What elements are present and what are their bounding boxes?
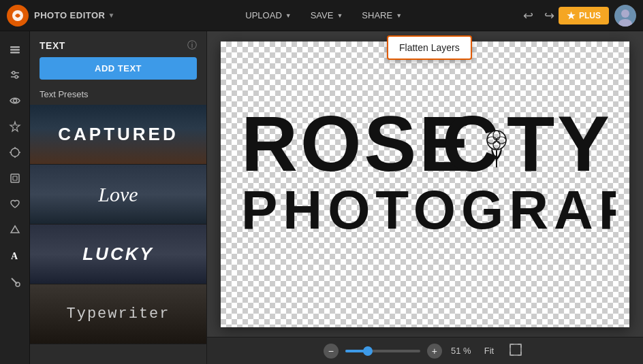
save-arrow: ▼ [336, 12, 343, 19]
preset-lucky[interactable]: LUCKY [30, 225, 206, 284]
svg-rect-32 [510, 344, 521, 355]
canvas-area: ROSE C [207, 31, 643, 364]
share-arrow: ▼ [396, 12, 402, 19]
app-name-arrow[interactable]: ▼ [108, 12, 114, 19]
zoom-bar: − + 51 % Fit [207, 337, 643, 364]
preset-text-typewriter: Typewriter [66, 305, 170, 322]
adjustments-icon[interactable] [4, 64, 26, 86]
app-logo[interactable] [7, 5, 29, 27]
effects-icon[interactable] [4, 142, 26, 163]
svg-point-21 [16, 282, 20, 286]
canvas: ROSE C [221, 42, 629, 327]
add-text-button[interactable]: ADD TEXT [40, 57, 197, 80]
upload-button[interactable]: UPLOAD ▼ [237, 7, 299, 24]
icon-rail: A [0, 31, 30, 364]
flatten-layers-button[interactable]: Flatten Layers [387, 35, 472, 60]
zoom-percentage: 51 % [449, 346, 473, 356]
preset-text-captured: CAPTURED [58, 124, 178, 145]
brush-icon[interactable] [4, 271, 26, 293]
star-plus-icon: ★ [567, 10, 576, 21]
svg-text:PHOTOGRAPHY: PHOTOGRAPHY [241, 180, 616, 240]
panel-header: TEXT ⓘ [30, 31, 206, 57]
layers-icon[interactable] [4, 38, 26, 60]
star-icon[interactable] [4, 116, 26, 137]
eye-icon[interactable] [4, 90, 26, 112]
svg-rect-6 [10, 52, 20, 54]
preset-text-love: Love [98, 183, 138, 206]
topbar-center: UPLOAD ▼ SAVE ▼ SHARE ▼ [128, 7, 519, 24]
shape-icon[interactable] [4, 219, 26, 241]
app-name: PHOTO EDITOR [34, 10, 105, 20]
preset-love[interactable]: Love [30, 165, 206, 225]
main-area: A TEXT ⓘ ADD TEXT Text Presets CAPTURED [0, 31, 643, 364]
svg-point-8 [12, 71, 15, 74]
undo-button[interactable]: ↩ [519, 5, 537, 26]
left-panel: TEXT ⓘ ADD TEXT Text Presets CAPTURED Lo… [30, 31, 207, 364]
preset-captured[interactable]: CAPTURED [30, 105, 206, 165]
topbar: PHOTO EDITOR ▼ UPLOAD ▼ SAVE ▼ SHARE ▼ ↩… [0, 0, 643, 31]
preset-typewriter[interactable]: Typewriter [30, 284, 206, 344]
svg-text:TY: TY [507, 100, 612, 187]
canvas-logo: ROSE C [221, 42, 629, 327]
svg-point-12 [11, 148, 19, 156]
svg-rect-4 [10, 46, 20, 48]
presets-label: Text Presets [30, 86, 206, 105]
undo-redo-group: ↩ ↪ [519, 5, 559, 26]
canvas-wrapper: ROSE C [207, 31, 643, 337]
zoom-slider-thumb[interactable] [363, 346, 373, 356]
fullscreen-icon[interactable] [505, 342, 527, 361]
plus-button[interactable]: ★ PLUS [559, 7, 609, 24]
save-button[interactable]: SAVE ▼ [302, 7, 351, 24]
preset-overlay-lucky: LUCKY [30, 225, 206, 284]
frame-icon[interactable] [4, 167, 26, 189]
info-icon[interactable]: ⓘ [187, 39, 197, 52]
svg-text:A: A [11, 251, 18, 261]
preset-overlay-love: Love [30, 165, 206, 224]
presets-list: CAPTURED Love LUCKY Typewr [30, 105, 206, 364]
svg-rect-18 [13, 176, 17, 180]
svg-rect-17 [11, 174, 19, 182]
preset-overlay-typewriter: Typewriter [30, 284, 206, 344]
svg-point-11 [13, 99, 16, 103]
avatar[interactable] [614, 5, 636, 27]
text-icon[interactable]: A [4, 245, 26, 267]
svg-point-10 [15, 76, 18, 78]
heart-icon[interactable] [4, 193, 26, 215]
zoom-slider-track[interactable] [345, 350, 420, 352]
redo-button[interactable]: ↪ [540, 5, 559, 26]
zoom-fit-button[interactable]: Fit [480, 344, 498, 357]
zoom-minus-button[interactable]: − [324, 344, 339, 359]
upload-arrow: ▼ [285, 12, 292, 19]
topbar-right: ★ PLUS [559, 5, 636, 27]
preset-overlay-captured: CAPTURED [30, 105, 206, 164]
preset-text-lucky: LUCKY [82, 244, 154, 265]
panel-title: TEXT [40, 40, 65, 51]
zoom-plus-button[interactable]: + [427, 344, 442, 359]
svg-rect-5 [10, 49, 20, 51]
svg-text:ROSE: ROSE [241, 100, 474, 187]
svg-point-2 [621, 10, 629, 18]
share-button[interactable]: SHARE ▼ [354, 7, 410, 24]
